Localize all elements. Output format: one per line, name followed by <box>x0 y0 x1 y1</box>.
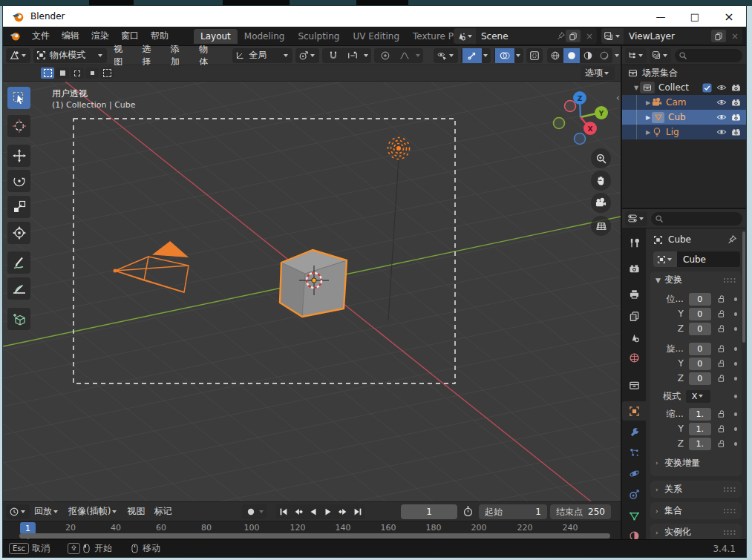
hide-eye-icon[interactable] <box>716 82 727 93</box>
expand-arrow-icon[interactable]: ▶ <box>644 114 652 121</box>
proportional-edit-toggle[interactable] <box>376 48 395 63</box>
tab-object-data[interactable] <box>622 506 646 525</box>
title-bar[interactable]: Blender — □ × <box>3 6 746 27</box>
3d-viewport[interactable]: Z Y X 用户透视 (1) Collection | Cube <box>3 82 621 501</box>
scale-x-field[interactable]: 1. <box>689 408 711 421</box>
properties-editor-type-button[interactable] <box>625 211 647 226</box>
timeline-editor-type-button[interactable] <box>6 504 30 519</box>
jump-start-button[interactable] <box>276 504 291 519</box>
pin-icon[interactable] <box>727 234 737 245</box>
frame-start-field[interactable]: 起始1 <box>479 504 547 519</box>
viewlayer-browse-button[interactable] <box>601 28 624 44</box>
tab-physics[interactable] <box>622 464 646 483</box>
timeline-menu-playback[interactable]: 回放 <box>30 505 64 518</box>
maximize-button[interactable]: □ <box>678 6 712 27</box>
select-mode-invert[interactable] <box>100 67 114 79</box>
minimize-button[interactable]: — <box>644 6 678 27</box>
lock-icon[interactable] <box>717 344 726 353</box>
lock-icon[interactable] <box>717 409 726 418</box>
expand-arrow-icon[interactable]: ▶ <box>644 99 652 106</box>
object-name-field[interactable]: Cube <box>677 251 740 267</box>
expand-arrow-icon[interactable]: ▼ <box>632 85 640 91</box>
expand-arrow-icon[interactable]: ▶ <box>644 129 652 136</box>
move-tool[interactable] <box>7 145 30 167</box>
transform-orientation-dropdown[interactable]: 全局 <box>232 48 292 63</box>
scene-name-field[interactable]: Scene <box>476 31 556 42</box>
sidebar-collapse-arrow[interactable]: ‹ <box>616 92 620 103</box>
scale-tool[interactable] <box>7 196 30 218</box>
tab-world[interactable] <box>622 348 646 367</box>
rotation-z-field[interactable]: 0 <box>689 372 711 385</box>
animate-dot[interactable] <box>734 327 737 331</box>
options-dropdown[interactable]: 选项 <box>581 66 615 80</box>
snap-toggle[interactable] <box>324 48 343 63</box>
animate-dot[interactable] <box>734 377 737 381</box>
rotation-y-field[interactable]: 0 <box>689 358 711 370</box>
tab-scene[interactable] <box>622 328 646 347</box>
rotation-x-field[interactable]: 0 <box>689 343 711 355</box>
animate-dot[interactable] <box>734 347 737 351</box>
menu-edit[interactable]: 编辑 <box>56 30 85 42</box>
scene-browse-button[interactable] <box>454 28 476 44</box>
delta-transform-panel-header[interactable]: ›变换增量 <box>650 455 742 470</box>
scene-new-button[interactable] <box>566 30 581 42</box>
gizmos-toggle[interactable] <box>462 48 482 63</box>
shading-material-button[interactable] <box>580 48 596 63</box>
use-preview-range-button[interactable] <box>462 506 474 517</box>
workspace-tab-sculpting[interactable]: Sculpting <box>291 29 346 44</box>
perspective-toggle-button[interactable] <box>591 216 611 236</box>
shading-rendered-button[interactable] <box>596 48 612 63</box>
lock-icon[interactable] <box>717 309 726 318</box>
timeline-menu-keying[interactable]: 抠像(插帧) <box>64 505 122 518</box>
current-frame-indicator[interactable]: 1 <box>20 522 36 534</box>
pan-button[interactable] <box>591 171 611 191</box>
menu-add[interactable]: 添加 <box>164 43 192 68</box>
disable-render-icon[interactable] <box>731 98 741 108</box>
outliner-row-light[interactable]: ▶ Lig <box>622 125 746 139</box>
lock-icon[interactable] <box>717 359 726 368</box>
lock-icon[interactable] <box>717 424 726 433</box>
falloff-button[interactable] <box>395 48 414 63</box>
visibility-dropdown[interactable] <box>434 48 458 63</box>
menu-object[interactable]: 物体 <box>192 43 220 68</box>
timeline-ruler[interactable]: 1 20 40 60 80 100 120 140 160 180 200 22… <box>3 521 621 539</box>
viewlayer-name-field[interactable]: ViewLayer <box>624 31 711 42</box>
tab-collection[interactable] <box>622 375 646 395</box>
cube-object[interactable] <box>280 250 347 317</box>
properties-search-input[interactable] <box>651 212 742 225</box>
object-id-browse-button[interactable] <box>653 251 677 267</box>
location-z-field[interactable]: 0 <box>689 323 711 335</box>
tab-modifiers[interactable] <box>622 422 646 441</box>
zoom-button[interactable] <box>591 148 611 168</box>
animate-dot[interactable] <box>734 395 737 398</box>
rotation-mode-dropdown[interactable]: X <box>686 390 710 403</box>
annotate-tool[interactable] <box>7 251 30 274</box>
editor-type-button[interactable] <box>6 48 30 63</box>
select-mode-subtract[interactable] <box>85 67 99 79</box>
panel-grip-icon[interactable] <box>723 508 736 514</box>
outliner-editor-type-button[interactable] <box>625 48 647 63</box>
auto-key-button[interactable] <box>244 507 258 516</box>
rotate-tool[interactable] <box>7 170 30 192</box>
workspace-tab-modeling[interactable]: Modeling <box>238 29 292 44</box>
select-box-tool[interactable] <box>7 87 30 109</box>
pin-icon[interactable] <box>556 31 566 41</box>
location-x-field[interactable]: 0 <box>689 293 711 306</box>
animate-dot[interactable] <box>734 412 737 416</box>
hide-eye-icon[interactable] <box>716 97 727 108</box>
disable-render-icon[interactable] <box>731 113 741 122</box>
tab-constraints[interactable] <box>622 484 646 504</box>
outliner-display-mode-button[interactable] <box>650 48 671 63</box>
location-y-field[interactable]: 0 <box>689 308 711 320</box>
viewlayer-remove-button[interactable]: × <box>728 31 742 42</box>
tab-tool[interactable] <box>622 233 646 252</box>
outliner-row-cube[interactable]: ▶ Cub <box>622 110 746 125</box>
menu-file[interactable]: 文件 <box>26 30 56 42</box>
timeline-menu-view[interactable]: 视图 <box>122 505 149 518</box>
workspace-tab-layout[interactable]: Layout <box>194 29 238 44</box>
menu-select[interactable]: 选择 <box>136 43 164 68</box>
disable-render-icon[interactable] <box>731 128 741 137</box>
scene-unlink-button[interactable]: × <box>582 31 597 42</box>
current-frame-field[interactable]: 1 <box>401 504 457 519</box>
transform-tool[interactable] <box>7 222 30 244</box>
